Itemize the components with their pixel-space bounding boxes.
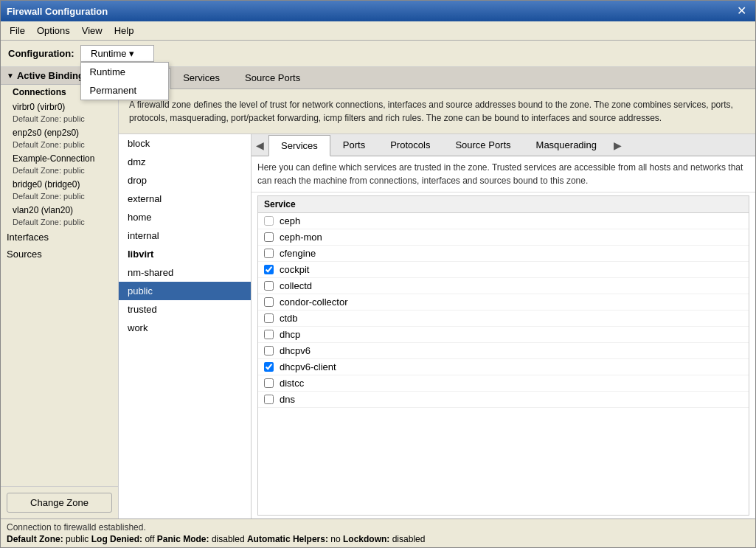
config-option-permanent[interactable]: Permanent — [81, 81, 168, 100]
active-bindings-label: Active Bindings — [17, 70, 89, 81]
title-bar: Firewall Configuration ✕ — [1, 1, 755, 21]
service-checkbox-dhcp[interactable] — [264, 330, 274, 339]
service-row-collectd: collectd — [258, 278, 749, 294]
sidebar-item-vlan20-zone: Default Zone: public — [1, 218, 118, 229]
service-row-cfengine: cfengine — [258, 246, 749, 262]
active-bindings-arrow: ▼ — [7, 72, 14, 80]
service-checkbox-dns[interactable] — [264, 395, 274, 404]
sidebar-item-bridge0[interactable]: bridge0 (bridge0) — [1, 177, 118, 192]
service-name-distcc: distcc — [280, 378, 304, 389]
default-zone-label: Default Zone: — [7, 534, 63, 544]
service-checkbox-cockpit[interactable] — [264, 265, 274, 274]
service-row-dns: dns — [258, 392, 749, 408]
service-row-distcc: distcc — [258, 375, 749, 392]
service-name-collectd: collectd — [280, 280, 312, 291]
config-dropdown[interactable]: Runtime ▾ Runtime Permanent — [80, 45, 154, 62]
service-row-cockpit: cockpit — [258, 262, 749, 278]
panic-mode-value: disabled — [212, 534, 245, 544]
service-col-header: Service — [264, 199, 296, 209]
service-row-dhcpv6: dhcpv6 — [258, 343, 749, 359]
menu-view[interactable]: View — [76, 23, 108, 38]
tab-prev-button[interactable]: ◀ — [252, 135, 268, 156]
zone-home[interactable]: home — [119, 208, 251, 226]
zone-external[interactable]: external — [119, 190, 251, 208]
menu-file[interactable]: File — [4, 23, 31, 38]
service-list: Service ceph ceph-mon — [257, 195, 749, 516]
window-title: Firewall Configuration — [7, 6, 108, 17]
tab-services-main[interactable]: Services — [170, 67, 232, 89]
service-checkbox-cfengine[interactable] — [264, 249, 274, 258]
menubar: File Options View Help — [1, 21, 755, 41]
service-name-dns: dns — [280, 394, 295, 405]
status-bar: Connection to firewalld established. Def… — [1, 518, 755, 547]
service-checkbox-collectd[interactable] — [264, 281, 274, 291]
zone-nm-shared[interactable]: nm-shared — [119, 263, 251, 282]
lockdown-label: Lockdown: — [343, 534, 389, 544]
zone-internal[interactable]: internal — [119, 226, 251, 245]
zone-trusted[interactable]: trusted — [119, 300, 251, 319]
service-name-ctdb: ctdb — [280, 313, 298, 324]
zone-block[interactable]: block — [119, 134, 251, 153]
sidebar-item-example-connection-zone: Default Zone: public — [1, 166, 118, 177]
config-label: Configuration: — [8, 48, 74, 59]
service-checkbox-distcc[interactable] — [264, 378, 274, 388]
status-line2: Default Zone: public Log Denied: off Pan… — [7, 534, 749, 544]
log-denied-value: off — [145, 534, 154, 544]
main-window: Firewall Configuration ✕ File Options Vi… — [0, 0, 756, 548]
services-panel: ◀ Services Ports Protocols Source Ports … — [252, 134, 755, 518]
service-name-cfengine: cfengine — [280, 248, 316, 259]
sidebar-item-enp2s0-zone: Default Zone: public — [1, 140, 118, 151]
service-checkbox-ceph-mon[interactable] — [264, 232, 274, 242]
service-row-ctdb: ctdb — [258, 311, 749, 327]
service-list-header: Service — [258, 196, 749, 213]
zone-drop[interactable]: drop — [119, 171, 251, 190]
zone-dmz[interactable]: dmz — [119, 153, 251, 171]
sidebar: ▼ Active Bindings Connections virbr0 (vi… — [1, 67, 119, 518]
service-row-ceph: ceph — [258, 213, 749, 229]
service-checkbox-ctdb[interactable] — [264, 313, 274, 323]
service-checkbox-condor-collector[interactable] — [264, 297, 274, 307]
change-zone-button[interactable]: Change Zone — [7, 493, 112, 513]
services-tab-ports[interactable]: Ports — [330, 134, 378, 156]
service-row-ceph-mon: ceph-mon — [258, 229, 749, 246]
sidebar-item-bridge0-zone: Default Zone: public — [1, 192, 118, 203]
sidebar-item-virbr0-zone: Default Zone: public — [1, 114, 118, 125]
sidebar-item-virbr0[interactable]: virbr0 (virbr0) — [1, 100, 118, 114]
services-description: Here you can define which services are t… — [252, 156, 755, 193]
service-row-dhcpv6-client: dhcpv6-client — [258, 359, 749, 375]
sidebar-interfaces[interactable]: Interfaces — [1, 229, 118, 246]
services-tab-source-ports[interactable]: Source Ports — [443, 134, 523, 156]
sidebar-item-vlan20[interactable]: vlan20 (vlan20) — [1, 203, 118, 218]
zone-work[interactable]: work — [119, 319, 251, 337]
service-checkbox-dhcpv6[interactable] — [264, 346, 274, 355]
services-tab-protocols[interactable]: Protocols — [378, 134, 443, 156]
zone-libvirt[interactable]: libvirt — [119, 245, 251, 263]
auto-helpers-label: Automatic Helpers: — [247, 534, 328, 544]
service-checkbox-ceph[interactable] — [264, 216, 274, 226]
zones-description: A firewalld zone defines the level of tr… — [119, 89, 755, 134]
panic-mode-label: Panic Mode: — [157, 534, 209, 544]
close-button[interactable]: ✕ — [734, 5, 749, 17]
zone-services-area: block dmz drop external home internal li… — [119, 134, 755, 518]
zone-public[interactable]: public — [119, 282, 251, 300]
service-checkbox-dhcpv6-client[interactable] — [264, 362, 274, 372]
config-dropdown-menu: Runtime Permanent — [80, 62, 169, 100]
service-name-dhcpv6-client: dhcpv6-client — [280, 361, 336, 372]
config-dropdown-button[interactable]: Runtime ▾ — [80, 45, 154, 62]
tab-next-button[interactable]: ▶ — [609, 135, 626, 156]
menu-options[interactable]: Options — [31, 23, 76, 38]
sidebar-sources[interactable]: Sources — [1, 246, 118, 263]
menu-help[interactable]: Help — [108, 23, 140, 38]
right-panel: Zones Services Source Ports A firewalld … — [119, 67, 755, 518]
service-name-dhcpv6: dhcpv6 — [280, 345, 311, 356]
service-row-dhcp: dhcp — [258, 327, 749, 343]
services-tab-masquerading[interactable]: Masquerading — [524, 134, 609, 156]
sidebar-item-example-connection[interactable]: Example-Connection — [1, 151, 118, 166]
tab-source-ports-main[interactable]: Source Ports — [232, 67, 313, 89]
config-option-runtime[interactable]: Runtime — [81, 63, 168, 81]
config-bar: Configuration: Runtime ▾ Runtime Permane… — [1, 41, 755, 67]
service-name-ceph: ceph — [280, 215, 300, 226]
sidebar-item-enp2s0[interactable]: enp2s0 (enp2s0) — [1, 125, 118, 140]
service-name-dhcp: dhcp — [280, 329, 300, 340]
services-tab-services[interactable]: Services — [268, 135, 330, 156]
